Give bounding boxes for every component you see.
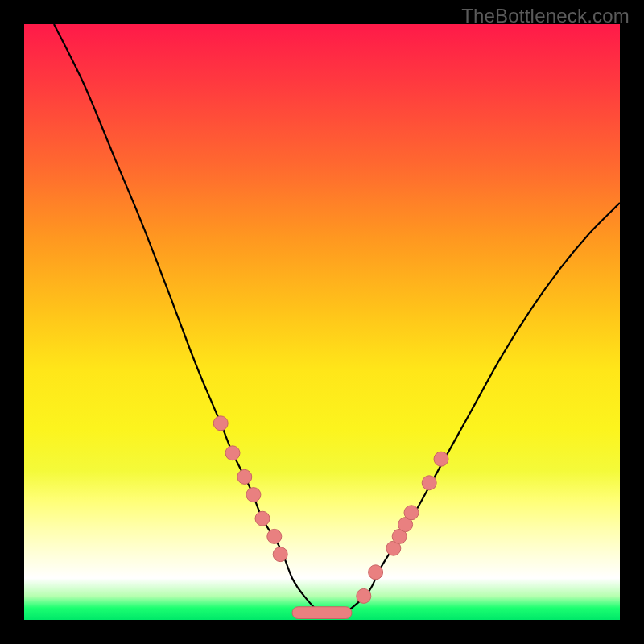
markers-group — [213, 416, 448, 604]
marker-point — [404, 506, 419, 520]
watermark-text: TheBottleneck.com — [461, 5, 630, 27]
marker-point — [357, 588, 371, 603]
plot-area — [24, 24, 620, 620]
marker-point — [267, 529, 282, 543]
marker-point — [225, 446, 240, 460]
chart-frame: TheBottleneck.com — [0, 0, 644, 644]
marker-point — [255, 511, 270, 526]
marker-point — [213, 416, 228, 431]
plateau-bar — [292, 607, 352, 619]
marker-point — [237, 469, 252, 484]
bottleneck-chart-svg — [24, 24, 620, 620]
bottleneck-curve-path — [54, 24, 620, 616]
marker-point — [246, 488, 261, 502]
marker-point — [434, 452, 448, 466]
marker-point — [422, 476, 436, 490]
plateau-group — [292, 607, 352, 619]
marker-point — [369, 565, 383, 580]
marker-point — [273, 547, 287, 562]
